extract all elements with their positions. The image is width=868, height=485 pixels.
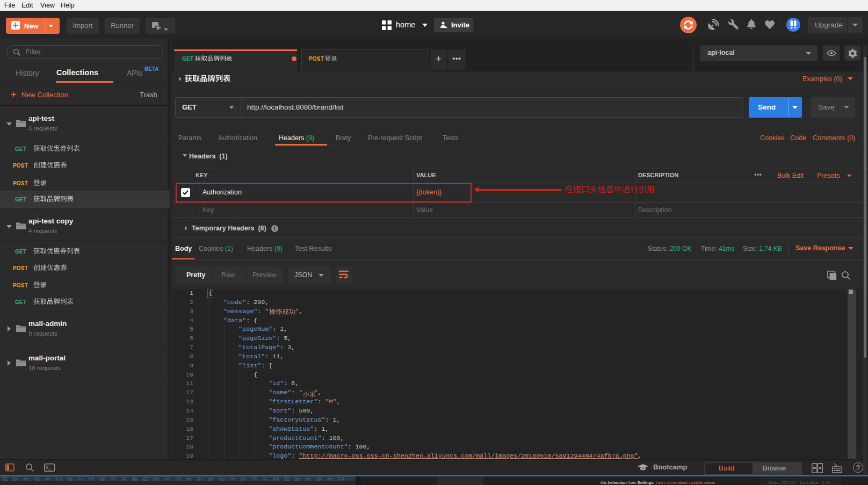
svg-text:+: + [445, 25, 447, 30]
